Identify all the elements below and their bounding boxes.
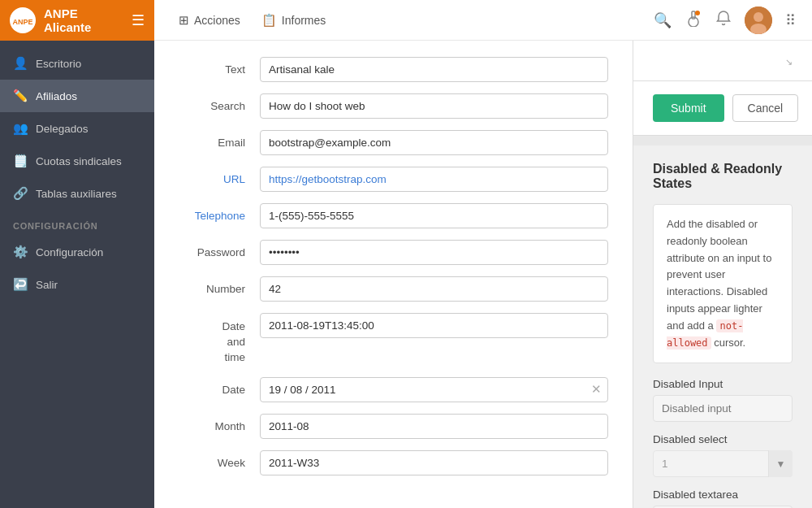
info-box: Add the disabled or readonly boolean att…	[653, 204, 793, 363]
divider	[633, 136, 812, 145]
date-clear-icon[interactable]: ✕	[591, 382, 602, 397]
svg-text:ANPE: ANPE	[12, 18, 32, 26]
content-area: Text Search Email URL Telephone Password	[154, 41, 812, 508]
submit-cancel-bar: Submit Cancel	[633, 81, 812, 136]
datetime-input[interactable]	[260, 313, 608, 338]
disabled-section-title: Disabled & Readonly States	[653, 162, 793, 191]
notification-dot-icon[interactable]	[685, 9, 702, 31]
delegados-icon: 👥	[13, 121, 28, 136]
sidebar-item-label: Salir	[36, 279, 58, 291]
sidebar-item-label: Afiliados	[36, 90, 77, 102]
form-row-url: URL	[179, 167, 608, 192]
form-row-datetime: Date and time	[179, 313, 608, 366]
form-row-email: Email	[179, 130, 608, 155]
select-arrow-icon: ▼	[768, 450, 793, 477]
disabled-section: Disabled & Readonly States Add the disab…	[633, 145, 812, 508]
form-row-date: Date ✕	[179, 377, 608, 402]
sidebar-item-cuotas[interactable]: 🗒️ Cuotas sindicales	[0, 145, 154, 177]
acciones-icon: ⊞	[179, 13, 189, 28]
email-input[interactable]	[260, 130, 608, 155]
cuotas-icon: 🗒️	[13, 154, 28, 168]
disabled-select-label: Disabled select	[653, 433, 793, 445]
form-row-number: Number	[179, 276, 608, 302]
sidebar-nav: 👤 Escritorio ✏️ Afiliados 👥 Delegados 🗒️…	[0, 41, 154, 508]
week-input[interactable]	[260, 450, 608, 475]
sidebar-logo: ANPE	[10, 7, 36, 33]
sidebar-item-label: Tablas auxiliares	[36, 188, 117, 200]
month-input[interactable]	[260, 414, 608, 439]
svg-point-4	[695, 11, 700, 15]
form-row-text: Text	[179, 57, 608, 82]
topbar: ⊞ Acciones 📋 Informes 🔍	[154, 0, 812, 41]
sidebar-item-delegados[interactable]: 👥 Delegados	[0, 112, 154, 145]
date-input[interactable]	[260, 377, 608, 402]
right-panel-top: ↘	[633, 41, 812, 81]
informes-icon: 📋	[261, 13, 277, 28]
search-label: Search	[179, 93, 260, 112]
disabled-select-wrap: 1 ▼	[653, 450, 793, 477]
search-icon[interactable]: 🔍	[654, 11, 672, 29]
salir-icon: ↩️	[13, 277, 28, 292]
sidebar-item-configuracion[interactable]: ⚙️ Configuración	[0, 236, 154, 268]
acciones-label: Acciones	[194, 14, 240, 27]
sidebar-item-tablas[interactable]: 🔗 Tablas auxiliares	[0, 177, 154, 210]
password-input[interactable]	[260, 240, 608, 265]
avatar[interactable]	[745, 7, 772, 34]
week-label: Week	[179, 450, 260, 469]
sidebar-item-salir[interactable]: ↩️ Salir	[0, 268, 154, 301]
sidebar-item-escritorio[interactable]: 👤 Escritorio	[0, 47, 154, 80]
sidebar: ANPE ANPE Alicante ☰ 👤 Escritorio ✏️ Afi…	[0, 0, 154, 508]
sidebar-item-afiliados[interactable]: ✏️ Afiliados	[0, 80, 154, 112]
sidebar-item-label: Configuración	[36, 246, 103, 258]
info-text-before: Add the disabled or readonly boolean att…	[667, 218, 771, 332]
apps-icon[interactable]: ⠿	[785, 11, 796, 29]
url-label: URL	[179, 167, 260, 185]
form-row-week: Week	[179, 450, 608, 475]
search-input[interactable]	[260, 93, 608, 119]
bell-icon[interactable]	[715, 10, 732, 30]
sidebar-menu-icon[interactable]: ☰	[132, 11, 145, 29]
main-area: ⊞ Acciones 📋 Informes 🔍	[154, 0, 812, 508]
disabled-input-label: Disabled Input	[653, 378, 793, 390]
nav-acciones[interactable]: ⊞ Acciones	[171, 7, 248, 34]
number-input-wrap	[260, 276, 608, 302]
right-panel: ↘ Submit Cancel Disabled & Readonly Stat…	[633, 41, 812, 508]
configuracion-icon: ⚙️	[13, 245, 28, 259]
number-input[interactable]	[260, 276, 608, 302]
disabled-input	[653, 395, 793, 422]
sidebar-item-label: Cuotas sindicales	[36, 155, 122, 167]
info-text-after: cursor.	[711, 336, 746, 349]
config-section-label: CONFIGURACIÓN	[0, 210, 154, 236]
afiliados-icon: ✏️	[13, 89, 28, 103]
sidebar-title: ANPE Alicante	[44, 7, 123, 34]
submit-button[interactable]: Submit	[653, 94, 724, 122]
datetime-label: Date and time	[179, 313, 260, 366]
email-label: Email	[179, 130, 260, 149]
url-input[interactable]	[260, 167, 608, 192]
form-row-password: Password	[179, 240, 608, 265]
nav-informes[interactable]: 📋 Informes	[253, 7, 334, 34]
text-input[interactable]	[260, 57, 608, 82]
disabled-textarea-label: Disabled textarea	[653, 488, 793, 501]
telephone-label: Telephone	[179, 203, 260, 222]
form-row-telephone: Telephone	[179, 203, 608, 228]
escritorio-icon: 👤	[13, 56, 28, 71]
month-label: Month	[179, 414, 260, 432]
date-input-wrap: ✕	[260, 377, 608, 402]
topbar-nav: ⊞ Acciones 📋 Informes	[171, 7, 334, 34]
form-row-month: Month	[179, 414, 608, 439]
form-row-search: Search	[179, 93, 608, 119]
cancel-button[interactable]: Cancel	[732, 94, 799, 122]
text-label: Text	[179, 57, 260, 76]
telephone-input[interactable]	[260, 203, 608, 228]
form-panel: Text Search Email URL Telephone Password	[154, 41, 633, 508]
password-label: Password	[179, 240, 260, 258]
topbar-right: 🔍 ⠿	[654, 7, 796, 34]
sidebar-item-label: Delegados	[36, 123, 89, 135]
sidebar-header: ANPE ANPE Alicante ☰	[0, 0, 154, 41]
svg-point-6	[754, 12, 763, 22]
resize-handle-icon: ↘	[785, 57, 793, 67]
anpe-logo-icon: ANPE	[11, 9, 34, 32]
informes-label: Informes	[282, 14, 326, 27]
number-label: Number	[179, 276, 260, 295]
